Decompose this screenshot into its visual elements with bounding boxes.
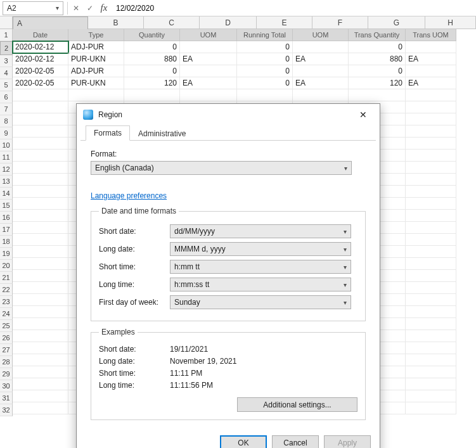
cell[interactable]: EA bbox=[406, 77, 456, 89]
row-header-20[interactable]: 20 bbox=[0, 260, 13, 272]
close-icon[interactable]: ✕ bbox=[351, 107, 376, 122]
cancel-formula-button[interactable]: ✕ bbox=[69, 1, 83, 15]
cell[interactable] bbox=[13, 138, 68, 150]
cell[interactable] bbox=[406, 174, 456, 186]
cell[interactable] bbox=[13, 294, 68, 306]
first-day-select[interactable]: Sunday ▾ bbox=[170, 295, 351, 309]
cell[interactable]: EA bbox=[180, 53, 237, 65]
cell[interactable] bbox=[13, 354, 68, 366]
dialog-titlebar[interactable]: Region ✕ bbox=[77, 104, 380, 125]
cell[interactable] bbox=[406, 354, 456, 366]
formula-input[interactable] bbox=[111, 1, 476, 15]
row-header-2[interactable]: 2 bbox=[0, 41, 13, 55]
long-time-select[interactable]: h:mm:ss tt ▾ bbox=[170, 278, 351, 291]
cell[interactable]: 0 bbox=[237, 77, 293, 89]
row-header-17[interactable]: 17 bbox=[0, 224, 13, 236]
row-header-21[interactable]: 21 bbox=[0, 272, 13, 284]
row-header-24[interactable]: 24 bbox=[0, 308, 13, 320]
cell[interactable] bbox=[406, 125, 456, 138]
col-header-G[interactable]: G bbox=[368, 16, 425, 29]
cell[interactable] bbox=[406, 306, 456, 318]
row-header-12[interactable]: 12 bbox=[0, 163, 13, 176]
cancel-button[interactable]: Cancel bbox=[272, 435, 319, 448]
cell[interactable]: 0 bbox=[349, 41, 406, 53]
cell[interactable] bbox=[406, 342, 456, 354]
cell[interactable] bbox=[13, 150, 68, 162]
name-box[interactable]: A2 ▾ bbox=[3, 1, 63, 15]
cell[interactable] bbox=[406, 198, 456, 210]
apply-button[interactable]: Apply bbox=[324, 435, 371, 448]
select-all-corner[interactable] bbox=[0, 16, 13, 29]
cell[interactable] bbox=[13, 101, 68, 113]
cell[interactable] bbox=[180, 41, 237, 53]
long-date-select[interactable]: MMMM d, yyyy ▾ bbox=[170, 242, 351, 256]
cell[interactable] bbox=[13, 89, 68, 101]
cell[interactable] bbox=[180, 89, 237, 101]
cell[interactable] bbox=[13, 125, 68, 138]
row-header-11[interactable]: 11 bbox=[0, 151, 13, 163]
col-header-H[interactable]: H bbox=[425, 16, 476, 29]
row-header-22[interactable]: 22 bbox=[0, 284, 13, 296]
col-header-A[interactable]: A bbox=[13, 16, 88, 30]
cell[interactable]: 0 bbox=[124, 41, 180, 53]
row-header-26[interactable]: 26 bbox=[0, 332, 13, 344]
cell[interactable] bbox=[293, 41, 349, 53]
cell[interactable]: 120 bbox=[349, 77, 406, 89]
row-header-9[interactable]: 9 bbox=[0, 127, 13, 139]
col-header-B[interactable]: B bbox=[88, 16, 144, 29]
additional-settings-button[interactable]: Additional settings... bbox=[237, 397, 357, 412]
row-header-30[interactable]: 30 bbox=[0, 380, 13, 392]
cell[interactable]: PUR-UKN bbox=[68, 53, 124, 65]
cell[interactable] bbox=[406, 65, 456, 77]
cell[interactable]: 2020-02-05 bbox=[13, 65, 68, 77]
row-header-10[interactable]: 10 bbox=[0, 139, 13, 151]
cell[interactable] bbox=[406, 402, 456, 414]
row-header-28[interactable]: 28 bbox=[0, 356, 13, 368]
cell[interactable]: 120 bbox=[124, 77, 180, 89]
cell[interactable] bbox=[13, 210, 68, 222]
cell[interactable]: 880 bbox=[124, 53, 180, 65]
cell[interactable] bbox=[237, 89, 293, 101]
row-header-18[interactable]: 18 bbox=[0, 236, 13, 248]
row-header-15[interactable]: 15 bbox=[0, 200, 13, 212]
cell[interactable] bbox=[13, 258, 68, 270]
cell[interactable] bbox=[68, 89, 124, 101]
col-header-F[interactable]: F bbox=[312, 16, 368, 29]
cell[interactable] bbox=[406, 150, 456, 162]
cell[interactable] bbox=[13, 282, 68, 294]
cell[interactable] bbox=[406, 222, 456, 234]
cell[interactable] bbox=[13, 318, 68, 330]
cell[interactable] bbox=[13, 174, 68, 186]
cell[interactable]: ADJ-PUR bbox=[68, 65, 124, 77]
header-cell[interactable]: Quantity bbox=[124, 29, 180, 41]
cell[interactable] bbox=[293, 65, 349, 77]
row-header-5[interactable]: 5 bbox=[0, 79, 13, 91]
col-header-C[interactable]: C bbox=[144, 16, 200, 29]
cell[interactable] bbox=[406, 378, 456, 390]
row-header-31[interactable]: 31 bbox=[0, 392, 13, 404]
cell[interactable]: EA bbox=[293, 53, 349, 65]
cell[interactable]: EA bbox=[406, 53, 456, 65]
cell[interactable]: 0 bbox=[349, 65, 406, 77]
accept-formula-button[interactable]: ✓ bbox=[83, 1, 97, 15]
cell[interactable] bbox=[13, 270, 68, 282]
row-header-4[interactable]: 4 bbox=[0, 67, 13, 79]
row-header-25[interactable]: 25 bbox=[0, 320, 13, 332]
short-time-select[interactable]: h:mm tt ▾ bbox=[170, 260, 351, 274]
cell[interactable] bbox=[406, 330, 456, 342]
header-cell[interactable]: Date bbox=[13, 29, 68, 41]
header-cell[interactable]: Trans UOM bbox=[406, 29, 456, 41]
cell[interactable]: EA bbox=[293, 77, 349, 89]
short-date-select[interactable]: dd/MM/yyyy ▾ bbox=[170, 224, 351, 238]
header-cell[interactable]: UOM bbox=[180, 29, 237, 41]
cell[interactable] bbox=[406, 162, 456, 174]
header-cell[interactable]: UOM bbox=[293, 29, 349, 41]
cell[interactable] bbox=[13, 162, 68, 174]
tab-formats[interactable]: Formats bbox=[86, 125, 130, 141]
row-header-16[interactable]: 16 bbox=[0, 212, 13, 224]
cell[interactable] bbox=[13, 402, 68, 414]
header-cell[interactable]: Trans Quantity bbox=[349, 29, 406, 41]
cell[interactable] bbox=[293, 89, 349, 101]
cell[interactable] bbox=[406, 210, 456, 222]
language-preferences-link[interactable]: Language preferences bbox=[91, 191, 167, 200]
